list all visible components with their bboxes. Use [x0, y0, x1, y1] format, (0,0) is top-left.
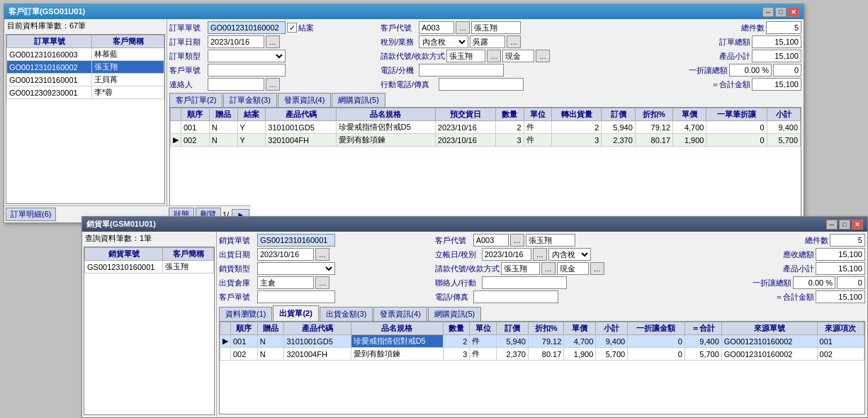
- tab-online[interactable]: 網購資訊(5): [332, 93, 385, 107]
- payment-method-btn[interactable]: …: [536, 50, 550, 62]
- customer-code2-btn[interactable]: …: [510, 234, 524, 247]
- order-type-label: 訂單類型: [169, 51, 206, 62]
- grand-total2-input[interactable]: [816, 290, 865, 303]
- table-row[interactable]: 002 N 3201004FH 愛到有餘項鍊 3 件 2,370 80.17 1…: [220, 348, 864, 361]
- discount-pct2-input[interactable]: [793, 276, 835, 289]
- source-seq2-cell: 002: [817, 348, 864, 361]
- window1-titlebar: 客戶訂單(GSO01U01) ─ □ ✕: [4, 4, 804, 19]
- th2-discount-pct: 折扣%: [528, 322, 563, 335]
- line-discount-cell: 0: [706, 134, 767, 147]
- tab-amount[interactable]: 出貨金額(3): [320, 307, 373, 321]
- total-items2-input[interactable]: [830, 234, 865, 247]
- mobile-input[interactable]: [439, 78, 524, 91]
- customer-no-input[interactable]: [208, 64, 286, 77]
- list-item[interactable]: GO0012310160003 林慕藍: [7, 48, 164, 61]
- list-item[interactable]: GO0012310160001 王貝苒: [7, 74, 164, 86]
- payment-name2-btn[interactable]: …: [541, 262, 556, 275]
- restore-btn2[interactable]: □: [839, 220, 850, 230]
- discount-input[interactable]: [773, 64, 801, 77]
- payment-method2-btn[interactable]: …: [590, 262, 604, 275]
- payment-name-btn[interactable]: …: [487, 50, 501, 62]
- total-items-input[interactable]: [766, 21, 801, 34]
- contact-btn[interactable]: …: [266, 78, 280, 91]
- payment-method2-input[interactable]: [557, 262, 589, 275]
- tab-browse[interactable]: 資料瀏覽(1): [219, 307, 272, 321]
- staff-name-input[interactable]: [470, 35, 505, 48]
- list-item[interactable]: GO0012310160002 張玉翔: [7, 61, 164, 74]
- grand-total-label: ＝合計金額: [711, 79, 750, 90]
- phone2-input[interactable]: [473, 290, 558, 303]
- th2-indicator: [220, 322, 231, 335]
- table-row[interactable]: 001 N Y 3101001GD5 珍愛戒指情侶對戒D5 2023/10/16…: [171, 121, 801, 134]
- contact2-input[interactable]: [482, 276, 567, 289]
- sales-no-input[interactable]: [257, 234, 335, 247]
- close-btn[interactable]: ✕: [788, 7, 799, 17]
- payment-name-input[interactable]: [446, 50, 485, 62]
- grand-total-input[interactable]: [752, 78, 801, 91]
- payment-method-input[interactable]: [502, 50, 534, 62]
- discount-pct-input[interactable]: [729, 64, 772, 77]
- order-date-btn[interactable]: …: [266, 35, 280, 48]
- warehouse-input[interactable]: [257, 276, 314, 289]
- payment-name2-input[interactable]: [501, 262, 540, 275]
- list-item[interactable]: GS0012310160001 張玉翔: [85, 261, 214, 273]
- tab-invoice2[interactable]: 發票資訊(4): [373, 307, 427, 321]
- total2-cell: 9,400: [684, 335, 721, 348]
- customer-name2-input[interactable]: [526, 234, 575, 247]
- qty-cell: 3: [495, 134, 524, 147]
- customer-code2-input[interactable]: [473, 234, 509, 247]
- restore-btn[interactable]: □: [775, 7, 787, 17]
- order-type-select[interactable]: [208, 50, 286, 62]
- closed-cell: Y: [237, 121, 266, 134]
- ship-date-btn[interactable]: …: [315, 248, 329, 261]
- product-subtotal-input[interactable]: [752, 50, 801, 62]
- line-discount2-cell: 0: [628, 335, 685, 348]
- tab-order-amount[interactable]: 訂單金額(3): [223, 93, 276, 107]
- staff-btn[interactable]: …: [507, 35, 521, 48]
- closed-checkbox[interactable]: ✓: [287, 23, 297, 33]
- billing-date-btn[interactable]: …: [533, 248, 547, 261]
- minimize-btn[interactable]: ─: [762, 7, 774, 17]
- source-seq2-cell: 001: [817, 335, 864, 348]
- total-amount-input[interactable]: [752, 35, 801, 48]
- tax-type-label: 稅別/業務: [381, 37, 417, 47]
- unit-cell: 件: [524, 134, 552, 147]
- list-item[interactable]: GO0012309230001 李*蓉: [7, 86, 164, 99]
- closed-cell: Y: [237, 134, 266, 147]
- customer-name-input[interactable]: [471, 21, 521, 34]
- minimize-btn2[interactable]: ─: [826, 220, 838, 230]
- subtotal2-cell: 9,400: [596, 335, 628, 348]
- receivable-input[interactable]: [816, 248, 865, 261]
- gift-cell: N: [209, 121, 237, 134]
- discount2-input[interactable]: [837, 276, 865, 289]
- window2-title: 銷貨單(GSM01U01): [86, 219, 156, 230]
- table-row[interactable]: ▶ 002 N Y 3201004FH 愛到有餘項鍊 2023/10/16 3 …: [171, 134, 801, 147]
- th2-unit: 單位: [470, 322, 497, 335]
- order-detail-btn[interactable]: 訂單明細(6): [6, 208, 56, 221]
- order-date-input[interactable]: [208, 35, 264, 48]
- tab-customer-order[interactable]: 客戶訂單(2): [169, 93, 222, 107]
- qty2-cell: 2: [443, 335, 470, 348]
- billing-date-input[interactable]: [482, 248, 531, 261]
- table-row[interactable]: ▶ 001 N 3101001GD5 珍愛戒指情侶對戒D5 2 件 5,940 …: [220, 335, 864, 348]
- order-no-input[interactable]: [208, 21, 286, 34]
- phone-input[interactable]: [419, 64, 504, 77]
- list-price-cell: 2,370: [602, 134, 635, 147]
- seq-cell: 001: [181, 121, 210, 134]
- ship-date-input[interactable]: [257, 248, 314, 261]
- discount-total2-label: 一折讓總額: [753, 278, 791, 288]
- contact-input[interactable]: [208, 78, 264, 91]
- warehouse-btn[interactable]: …: [315, 276, 329, 289]
- tax-type-select[interactable]: 內含稅: [419, 35, 468, 48]
- order-type2-select[interactable]: [257, 262, 335, 275]
- customer-code-input[interactable]: [419, 21, 454, 34]
- product-subtotal2-input[interactable]: [816, 262, 865, 275]
- customer-code-btn[interactable]: …: [456, 21, 470, 34]
- discount-total-label: 一折讓總額: [689, 65, 728, 76]
- tax-type2-select[interactable]: 內含稅: [548, 248, 591, 261]
- close-btn2[interactable]: ✕: [852, 220, 863, 230]
- tab-online2[interactable]: 網購資訊(5): [428, 307, 481, 321]
- customer-no2-input[interactable]: [257, 290, 335, 303]
- tab-shipment[interactable]: 出貨單(2): [273, 305, 318, 321]
- tab-invoice[interactable]: 發票資訊(4): [278, 93, 331, 107]
